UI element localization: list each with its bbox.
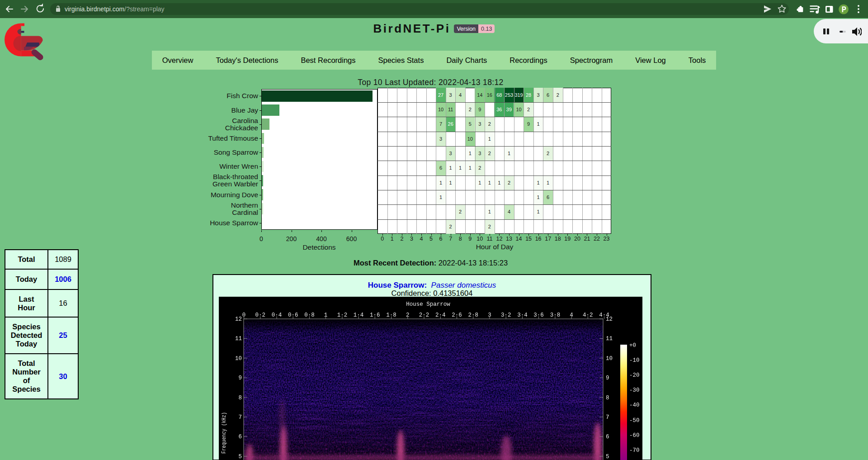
svg-text:6: 6 (606, 434, 609, 440)
svg-text:8: 8 (238, 395, 242, 401)
svg-text:11: 11 (606, 336, 613, 342)
svg-text:-60: -60 (629, 432, 640, 439)
svg-text:Frequency (kHz): Frequency (kHz) (221, 412, 227, 454)
svg-text:9: 9 (606, 375, 609, 381)
svg-text:-40: -40 (629, 402, 640, 408)
svg-text:-30: -30 (629, 387, 640, 394)
svg-text:-10: -10 (629, 357, 640, 364)
svg-text:10: 10 (606, 356, 613, 362)
svg-text:7: 7 (238, 414, 242, 421)
svg-text:10: 10 (235, 356, 242, 362)
svg-text:12: 12 (235, 316, 242, 322)
svg-text:9: 9 (238, 375, 242, 381)
svg-text:12: 12 (606, 316, 613, 322)
svg-text:11: 11 (235, 336, 242, 342)
svg-text:8: 8 (606, 395, 609, 401)
svg-text:+0: +0 (629, 342, 636, 349)
svg-text:7: 7 (606, 414, 609, 421)
svg-text:5: 5 (238, 454, 242, 460)
svg-text:5: 5 (606, 454, 609, 460)
svg-text:House Sparrow: House Sparrow (406, 301, 450, 308)
svg-text:6: 6 (238, 434, 242, 440)
svg-text:-20: -20 (629, 372, 640, 379)
svg-text:-50: -50 (629, 417, 640, 424)
svg-text:-70: -70 (629, 447, 640, 454)
